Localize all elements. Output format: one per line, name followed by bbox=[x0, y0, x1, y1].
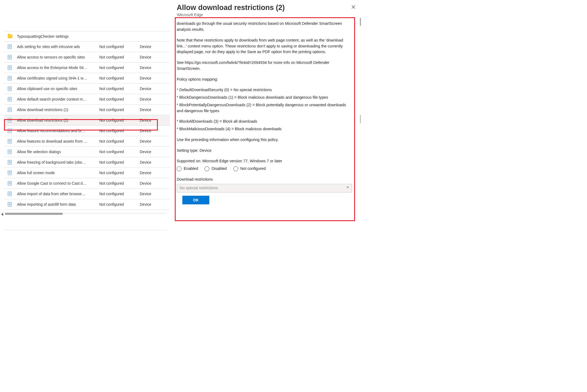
setting-row[interactable]: Allow download restrictions (2)Not confi… bbox=[4, 115, 170, 126]
row-name: Allow access to the Enterprise Mode Sit… bbox=[17, 66, 99, 70]
row-name: Allow import of data from other browse… bbox=[17, 192, 99, 196]
setting-doc-icon bbox=[8, 129, 17, 133]
scroll-left-arrow-icon[interactable] bbox=[1, 213, 3, 216]
folder-row[interactable]: TyposquattingChecker settings bbox=[4, 31, 170, 42]
radio-icon bbox=[177, 166, 182, 171]
row-state: Not configured bbox=[99, 192, 140, 196]
setting-doc-icon bbox=[8, 76, 17, 80]
setting-row[interactable]: Allow clipboard use on specific sitesNot… bbox=[4, 84, 170, 94]
row-scope: Device bbox=[140, 181, 161, 185]
download-restrictions-dropdown[interactable]: No special restrictions bbox=[177, 184, 352, 192]
setting-doc-icon bbox=[8, 171, 17, 175]
row-scope: Device bbox=[140, 87, 161, 91]
panel-footer: OK bbox=[176, 192, 361, 204]
setting-row[interactable]: Allow download restrictions (1)Not confi… bbox=[4, 105, 170, 115]
setting-row[interactable]: Allow importing of autofill form dataNot… bbox=[4, 199, 170, 210]
close-icon bbox=[351, 5, 355, 9]
row-state: Not configured bbox=[99, 129, 140, 133]
row-state: Not configured bbox=[99, 171, 140, 175]
setting-row[interactable]: Allow default search provider context m…… bbox=[4, 94, 170, 105]
chevron-down-icon bbox=[346, 187, 349, 188]
row-state: Not configured bbox=[99, 181, 140, 185]
row-scope: Device bbox=[140, 160, 161, 164]
row-name: Allow download restrictions (2) bbox=[17, 118, 99, 122]
row-name: Allow freezing of background tabs (obs… bbox=[17, 160, 99, 164]
detail-panel: Allow download restrictions (2) \Microso… bbox=[176, 0, 361, 241]
divider bbox=[5, 230, 167, 230]
row-name: Allow Google Cast to connect to Cast d… bbox=[17, 181, 99, 185]
setting-doc-icon bbox=[8, 44, 17, 49]
row-scope: Device bbox=[140, 192, 161, 196]
row-name: TyposquattingChecker settings bbox=[17, 34, 99, 39]
row-scope: Device bbox=[140, 202, 161, 207]
row-state: Not configured bbox=[99, 139, 140, 143]
row-name: Allow clipboard use on specific sites bbox=[17, 87, 99, 91]
row-scope: Device bbox=[140, 66, 161, 70]
row-scope: Device bbox=[140, 76, 161, 80]
setting-row[interactable]: Allow file selection dialogsNot configur… bbox=[4, 147, 170, 157]
dropdown-label: Download restrictions bbox=[177, 177, 353, 182]
row-scope: Device bbox=[140, 118, 161, 122]
setting-row[interactable]: Allow Google Cast to connect to Cast d…N… bbox=[4, 178, 170, 189]
setting-doc-icon bbox=[8, 150, 17, 154]
radio-label: Disabled bbox=[211, 166, 227, 172]
setting-row[interactable]: Allow features to download assets from …… bbox=[4, 136, 170, 147]
horizontal-scrollbar[interactable] bbox=[5, 213, 167, 215]
setting-type-text: Setting type: Device bbox=[177, 148, 353, 154]
folder-icon bbox=[8, 35, 17, 38]
setting-doc-icon bbox=[8, 202, 17, 207]
setting-doc-icon bbox=[8, 160, 17, 164]
row-state: Not configured bbox=[99, 108, 140, 112]
row-scope: Device bbox=[140, 139, 161, 143]
row-name: Allow certificates signed using SHA-1 w… bbox=[17, 76, 99, 80]
row-state: Not configured bbox=[99, 202, 140, 207]
radio-disabled[interactable]: Disabled bbox=[204, 166, 227, 172]
row-name: Ads setting for sites with intrusive ads bbox=[17, 44, 99, 49]
panel-body: downloads go through the usual security … bbox=[176, 19, 361, 192]
radio-label: Not configured bbox=[240, 166, 266, 172]
setting-row[interactable]: Allow access to sensors on specific site… bbox=[4, 52, 170, 63]
setting-doc-icon bbox=[8, 66, 17, 70]
row-scope: Device bbox=[140, 129, 161, 133]
row-state: Not configured bbox=[99, 76, 140, 80]
description-text: downloads go through the usual security … bbox=[177, 21, 353, 33]
dropdown-selected-value: No special restrictions bbox=[180, 185, 218, 191]
setting-row[interactable]: Allow freezing of background tabs (obs…N… bbox=[4, 157, 170, 168]
row-name: Allow full screen mode bbox=[17, 171, 99, 175]
row-state: Not configured bbox=[99, 97, 140, 101]
setting-row[interactable]: Allow feature recommendations and br…Not… bbox=[4, 126, 170, 136]
radio-icon bbox=[233, 166, 238, 171]
settings-left-panel: TyposquattingChecker settingsAds setting… bbox=[0, 0, 170, 241]
policy-option: * BlockMaliciousDownloads (4) = Block ma… bbox=[177, 126, 353, 132]
radio-enabled[interactable]: Enabled bbox=[177, 166, 198, 172]
row-state: Not configured bbox=[99, 66, 140, 70]
setting-row[interactable]: Allow access to the Enterprise Mode Sit…… bbox=[4, 63, 170, 73]
setting-row[interactable]: Ads setting for sites with intrusive ads… bbox=[4, 42, 170, 52]
vertical-scrollbar[interactable] bbox=[359, 18, 361, 221]
radio-not-configured[interactable]: Not configured bbox=[233, 166, 266, 172]
row-state: Not configured bbox=[99, 150, 140, 154]
row-state: Not configured bbox=[99, 55, 140, 59]
state-radio-group: Enabled Disabled Not configured bbox=[177, 166, 353, 172]
row-name: Allow default search provider context m… bbox=[17, 97, 99, 101]
setting-doc-icon bbox=[8, 55, 17, 59]
ok-button[interactable]: OK bbox=[182, 196, 209, 204]
description-text: See https://go.microsoft.com/fwlink/?lin… bbox=[177, 60, 353, 72]
row-scope: Device bbox=[140, 55, 161, 59]
row-state: Not configured bbox=[99, 87, 140, 91]
row-state: Not configured bbox=[99, 160, 140, 164]
row-scope: Device bbox=[140, 171, 161, 175]
radio-label: Enabled bbox=[184, 166, 198, 172]
setting-doc-icon bbox=[8, 87, 17, 91]
setting-row[interactable]: Allow import of data from other browse…N… bbox=[4, 189, 170, 199]
setting-row[interactable]: Allow full screen modeNot configuredDevi… bbox=[4, 168, 170, 178]
policy-option: * BlockAllDownloads (3) = Block all down… bbox=[177, 119, 353, 125]
row-name: Allow file selection dialogs bbox=[17, 150, 99, 154]
policy-option: * BlockDangerousDownloads (1) = Block ma… bbox=[177, 95, 353, 101]
description-text: Note that these restrictions apply to do… bbox=[177, 37, 353, 55]
close-button[interactable] bbox=[350, 4, 357, 10]
row-name: Allow download restrictions (1) bbox=[17, 108, 99, 112]
row-scope: Device bbox=[140, 97, 161, 101]
policy-option: * DefaultDownloadSecurity (0) = No speci… bbox=[177, 87, 353, 93]
setting-row[interactable]: Allow certificates signed using SHA-1 w…… bbox=[4, 73, 170, 84]
